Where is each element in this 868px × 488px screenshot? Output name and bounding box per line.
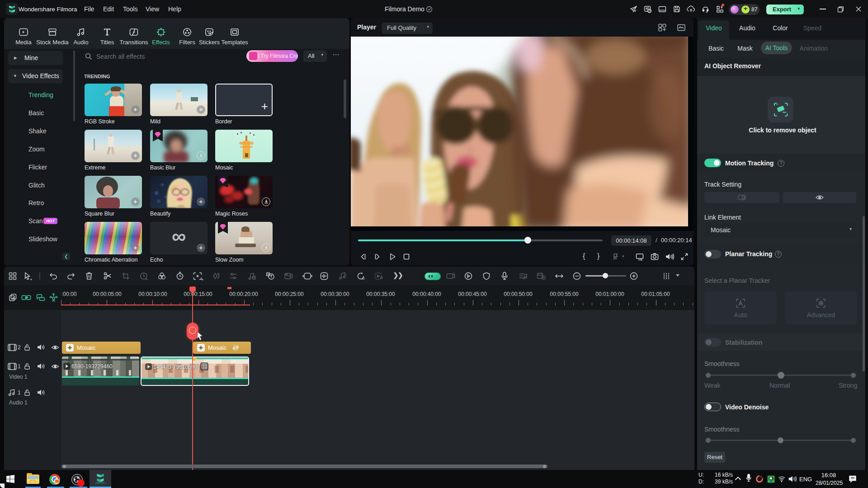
svg-text:AI: AI xyxy=(362,277,365,280)
